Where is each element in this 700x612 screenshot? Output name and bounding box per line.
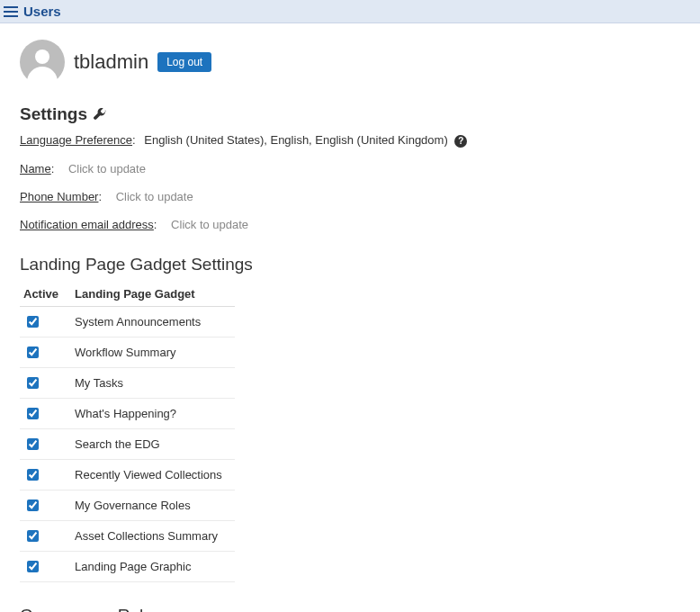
page-title: Users xyxy=(23,4,61,19)
active-cell xyxy=(20,490,71,521)
table-row: System Announcements xyxy=(20,307,235,338)
active-checkbox[interactable] xyxy=(27,377,39,389)
wrench-icon xyxy=(93,107,107,122)
gadget-table: Active Landing Page Gadget System Announ… xyxy=(20,282,235,582)
phone-edit[interactable]: Click to update xyxy=(116,190,193,203)
table-row: Search the EDG xyxy=(20,429,235,460)
table-row: My Tasks xyxy=(20,368,235,399)
table-row: Landing Page Graphic xyxy=(20,552,235,582)
active-cell xyxy=(20,552,71,582)
table-header-row: Active Landing Page Gadget xyxy=(20,282,235,307)
active-cell xyxy=(20,521,71,552)
gadget-label: My Governance Roles xyxy=(71,490,235,521)
gadget-label: My Tasks xyxy=(71,368,235,399)
name-row: Name: Click to update xyxy=(20,162,680,176)
active-checkbox[interactable] xyxy=(27,438,39,450)
gadget-label: Asset Collections Summary xyxy=(71,521,235,552)
table-row: Asset Collections Summary xyxy=(20,521,235,552)
gadget-label: Landing Page Graphic xyxy=(71,552,235,582)
col-gadget: Landing Page Gadget xyxy=(71,282,235,307)
governance-heading: Governance Roles xyxy=(20,606,680,612)
language-row: Language Preference: English (United Sta… xyxy=(20,133,680,148)
content: tbladmin Log out Settings Language Prefe… xyxy=(0,23,700,612)
table-row: My Governance Roles xyxy=(20,490,235,521)
hamburger-icon[interactable] xyxy=(4,4,18,19)
settings-heading: Settings xyxy=(20,104,680,124)
avatar xyxy=(20,40,65,85)
username: tbladmin xyxy=(74,50,148,74)
active-cell xyxy=(20,338,71,368)
topbar: Users xyxy=(0,0,700,23)
email-edit[interactable]: Click to update xyxy=(171,218,248,231)
table-row: Recently Viewed Collections xyxy=(20,460,235,490)
language-value: English (United States), English, Englis… xyxy=(144,133,447,147)
col-active: Active xyxy=(20,282,71,307)
language-label: Language Preference xyxy=(20,133,132,147)
table-row: What's Happening? xyxy=(20,399,235,429)
gadget-label: System Announcements xyxy=(71,307,235,338)
email-row: Notification email address: Click to upd… xyxy=(20,218,680,231)
active-checkbox[interactable] xyxy=(27,530,39,542)
phone-label: Phone Number xyxy=(20,190,98,203)
active-cell xyxy=(20,368,71,399)
settings-heading-text: Settings xyxy=(20,104,87,124)
active-checkbox[interactable] xyxy=(27,469,39,481)
active-cell xyxy=(20,307,71,338)
active-checkbox[interactable] xyxy=(27,346,39,358)
gadget-label: Recently Viewed Collections xyxy=(71,460,235,490)
help-icon[interactable]: ? xyxy=(454,135,467,148)
active-checkbox[interactable] xyxy=(27,408,39,419)
active-checkbox[interactable] xyxy=(27,316,39,328)
active-cell xyxy=(20,429,71,460)
active-checkbox[interactable] xyxy=(27,500,39,511)
gadget-label: What's Happening? xyxy=(71,399,235,429)
email-label: Notification email address xyxy=(20,218,154,231)
phone-row: Phone Number: Click to update xyxy=(20,190,680,203)
gadget-label: Search the EDG xyxy=(71,429,235,460)
name-edit[interactable]: Click to update xyxy=(68,162,146,176)
gadgets-heading: Landing Page Gadget Settings xyxy=(20,255,680,274)
logout-button[interactable]: Log out xyxy=(157,52,211,72)
table-row: Workflow Summary xyxy=(20,338,235,368)
active-cell xyxy=(20,399,71,429)
name-label: Name xyxy=(20,162,51,176)
active-cell xyxy=(20,460,71,490)
active-checkbox[interactable] xyxy=(27,561,39,572)
user-header: tbladmin Log out xyxy=(20,40,680,85)
gadget-label: Workflow Summary xyxy=(71,338,235,368)
